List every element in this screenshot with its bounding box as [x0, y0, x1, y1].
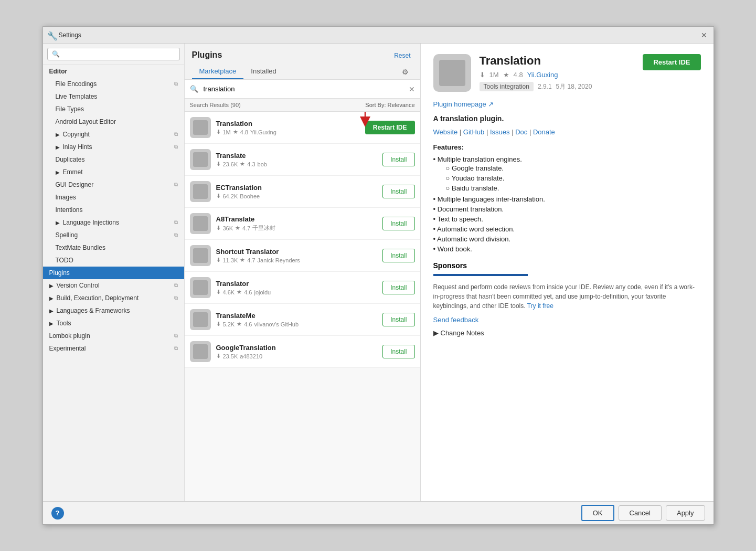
sidebar-item-intentions[interactable]: Intentions [43, 204, 184, 216]
rating: 4.7 [242, 225, 250, 231]
close-button[interactable]: ✕ [699, 30, 709, 40]
plugin-item-googletranslation[interactable]: GoogleTranslation ⬇ 23.5K a483210 Instal… [185, 336, 420, 368]
install-a8translate-button[interactable]: Install [382, 217, 414, 230]
plugin-name: GoogleTranslation [216, 344, 378, 352]
doc-link[interactable]: Doc [515, 128, 527, 136]
install-ectranslation-button[interactable]: Install [382, 185, 414, 198]
sidebar-item-build-execution-deployment[interactable]: ▶ Build, Execution, Deployment ⧉ [43, 292, 184, 304]
plugin-icon-translator [190, 277, 211, 298]
issues-link[interactable]: Issues [490, 128, 510, 136]
plugin-item-translation[interactable]: Translation ⬇ 1M ★ 4.8 Yii.Guxing Restar… [185, 112, 420, 144]
plugin-name: Translate [216, 152, 378, 160]
sidebar-item-tools[interactable]: ▶ Tools [43, 317, 184, 330]
sidebar-item-spelling[interactable]: Spelling ⧉ [43, 229, 184, 241]
features-title: Features: [433, 143, 701, 151]
download-count: 36K [223, 225, 233, 231]
detail-info: Translation ⬇ 1M ★ 4.8 Yii.Guxing Tools … [480, 54, 635, 91]
sidebar-scroll: Editor File Encodings ⧉ Live Templates F… [43, 65, 184, 501]
plugin-item-shortcut-translator[interactable]: Shortcut Translator ⬇ 11.3K ★ 4.7 Janick… [185, 240, 420, 272]
plugins-reset-button[interactable]: Reset [394, 49, 412, 62]
plugin-icon-inner [193, 248, 208, 263]
plugin-meta: ⬇ 23.5K a483210 [216, 353, 378, 359]
install-translator-button[interactable]: Install [382, 281, 414, 294]
detail-downloads: 1M [489, 71, 499, 79]
sidebar-item-plugins[interactable]: Plugins [43, 267, 184, 279]
detail-links: Website | GitHub | Issues | Doc | Donate [433, 128, 701, 136]
detail-feedback: Send feedback [433, 316, 701, 324]
plugin-item-translate[interactable]: Translate ⬇ 23.6K ★ 4.3 bob Install [185, 144, 420, 176]
plugin-item-translateme[interactable]: TranslateMe ⬇ 5.2K ★ 4.6 vlivanov's GitH… [185, 304, 420, 336]
help-button[interactable]: ? [51, 507, 64, 520]
plugin-icon-inner [193, 152, 208, 167]
install-shortcut-translator-button[interactable]: Install [382, 249, 414, 262]
sidebar-item-version-control[interactable]: ▶ Version Control ⧉ [43, 279, 184, 292]
rating: 4.8 [240, 129, 248, 135]
restart-ide-button[interactable]: Restart IDE [365, 121, 415, 134]
sidebar-item-label: File Encodings [56, 80, 97, 88]
plugins-header: Plugins Reset Marketplace Installed ⚙ [185, 44, 420, 80]
sidebar-item-label: Experimental [49, 345, 86, 352]
website-link[interactable]: Website [433, 128, 458, 136]
apply-button[interactable]: Apply [666, 505, 705, 521]
plugin-icon-a8translate [190, 213, 211, 234]
detail-date: 5月 18, 2020 [556, 82, 592, 91]
sidebar-item-label: Version Control [57, 282, 100, 289]
github-link[interactable]: GitHub [463, 128, 484, 136]
sidebar-item-duplicates[interactable]: Duplicates [43, 153, 184, 166]
sidebar-item-textmate-bundles[interactable]: TextMate Bundles [43, 241, 184, 254]
author: vlivanov's GitHub [254, 321, 299, 327]
donate-link[interactable]: Donate [533, 128, 555, 136]
sidebar-item-inlay-hints[interactable]: ▶ Inlay Hints ⧉ [43, 141, 184, 153]
sidebar-item-experimental[interactable]: Experimental ⧉ [43, 342, 184, 355]
sidebar-item-emmet[interactable]: ▶ Emmet [43, 166, 184, 178]
main-content: Editor File Encodings ⧉ Live Templates F… [43, 44, 714, 501]
cancel-button[interactable]: Cancel [619, 505, 662, 521]
send-feedback-link[interactable]: Send feedback [433, 316, 479, 324]
sidebar-item-copyright[interactable]: ▶ Copyright ⧉ [43, 128, 184, 141]
list-item: Baidu translate. [440, 183, 701, 193]
list-item: Google translate. [440, 163, 701, 173]
try-it-free-link[interactable]: Try it free [527, 302, 553, 310]
plugin-item-translator[interactable]: Translator ⬇ 4.6K ★ 4.6 jojoldu Install [185, 272, 420, 304]
tab-marketplace[interactable]: Marketplace [192, 64, 244, 79]
sidebar-item-live-templates[interactable]: Live Templates [43, 90, 184, 103]
sidebar-item-gui-designer[interactable]: GUI Designer ⧉ [43, 178, 184, 191]
sidebar-item-label: Languages & Frameworks [57, 307, 130, 314]
plugin-name: TranslateMe [216, 312, 378, 320]
download-icon: ⬇ [216, 161, 221, 167]
copy-icon: ⧉ [174, 182, 178, 188]
sidebar-item-languages-frameworks[interactable]: ▶ Languages & Frameworks [43, 304, 184, 317]
list-item: Youdao translate. [440, 173, 701, 183]
detail-restart-ide-button[interactable]: Restart IDE [643, 54, 700, 70]
plugin-item-a8translate[interactable]: A8Translate ⬇ 36K ★ 4.7 千里冰封 Install [185, 208, 420, 240]
settings-gear-icon[interactable]: ⚙ [398, 66, 413, 78]
plugin-info-shortcut-translator: Shortcut Translator ⬇ 11.3K ★ 4.7 Janick… [216, 248, 378, 263]
sort-by-dropdown[interactable]: Sort By: Relevance [365, 102, 414, 108]
tab-installed[interactable]: Installed [243, 64, 283, 79]
sidebar-item-android-layout-editor[interactable]: Android Layout Editor [43, 115, 184, 128]
sidebar-item-lombok-plugin[interactable]: Lombok plugin ⧉ [43, 330, 184, 342]
sidebar-item-file-encodings[interactable]: File Encodings ⧉ [43, 78, 184, 90]
detail-tags: Tools integration 2.9.1 5月 18, 2020 [480, 82, 635, 91]
sidebar-item-editor[interactable]: Editor [43, 65, 184, 78]
install-translate-button[interactable]: Install [382, 153, 414, 166]
detail-author-link[interactable]: Yii.Guxing [527, 71, 558, 79]
ok-button[interactable]: OK [581, 505, 614, 521]
download-icon: ⬇ [216, 225, 221, 231]
clear-search-icon[interactable]: ✕ [409, 85, 415, 93]
sidebar-item-label: Plugins [49, 269, 70, 277]
sidebar-item-todo[interactable]: TODO [43, 254, 184, 267]
expand-icon: ▶ [56, 132, 60, 137]
app-icon: 🔧 [47, 31, 56, 39]
plugin-item-ectranslation[interactable]: ECTranslation ⬇ 64.2K Boohee Install [185, 176, 420, 208]
sidebar-item-file-types[interactable]: File Types [43, 103, 184, 115]
sidebar-item-images[interactable]: Images [43, 191, 184, 204]
detail-change-notes[interactable]: ▶ Change Notes [433, 329, 701, 337]
sidebar-item-language-injections[interactable]: ▶ Language Injections ⧉ [43, 216, 184, 229]
plugins-search-input[interactable] [200, 84, 409, 94]
sidebar-search-input[interactable] [47, 48, 180, 60]
plugin-homepage-link[interactable]: Plugin homepage ↗ [433, 100, 701, 108]
install-translateme-button[interactable]: Install [382, 313, 414, 326]
plugin-meta: ⬇ 11.3K ★ 4.7 Janick Reynders [216, 257, 378, 263]
install-googletranslation-button[interactable]: Install [382, 345, 414, 358]
